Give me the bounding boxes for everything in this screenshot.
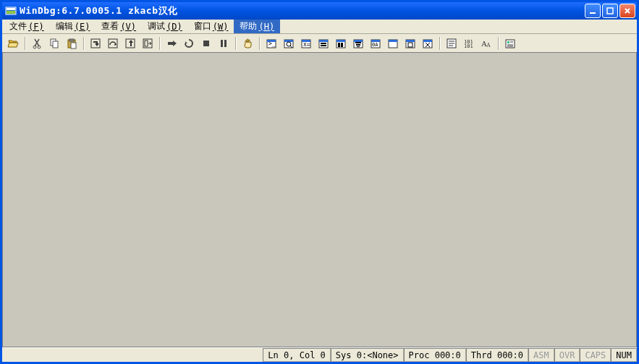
- menu-item-5[interactable]: 帮助(H): [234, 20, 280, 33]
- font-icon[interactable]: AA: [478, 35, 494, 51]
- svg-text:0A: 0A: [372, 42, 378, 48]
- stop-icon[interactable]: [198, 35, 214, 51]
- scratch-icon[interactable]: [385, 35, 401, 51]
- svg-rect-50: [406, 40, 415, 42]
- svg-rect-33: [321, 43, 326, 44]
- menu-item-1[interactable]: 编辑(E): [50, 20, 96, 33]
- svg-text:101: 101: [464, 43, 473, 49]
- svg-rect-41: [355, 42, 361, 43]
- go-icon[interactable]: [164, 35, 179, 51]
- svg-rect-19: [221, 40, 223, 47]
- svg-rect-10: [69, 39, 74, 41]
- step-over-icon[interactable]: [105, 35, 121, 51]
- menu-mnemonic: (V): [120, 22, 136, 32]
- options-icon[interactable]: [502, 35, 518, 51]
- svg-rect-1: [7, 8, 15, 10]
- restart-icon[interactable]: [181, 35, 197, 51]
- hand-icon[interactable]: [240, 35, 255, 51]
- menu-item-3[interactable]: 调试(D): [142, 20, 188, 33]
- menu-mnemonic: (W): [213, 22, 229, 32]
- cut-icon[interactable]: [29, 35, 45, 51]
- svg-rect-65: [507, 41, 509, 43]
- svg-text:x=: x=: [303, 41, 310, 48]
- menu-item-4[interactable]: 窗口(W): [188, 20, 234, 33]
- svg-rect-17: [168, 42, 173, 45]
- status-bar: Ln 0, Col 0 Sys 0:<None> Proc 000:0 Thrd…: [2, 347, 637, 362]
- callstack-window-icon[interactable]: [350, 35, 366, 51]
- svg-rect-18: [203, 41, 209, 46]
- minimize-button[interactable]: [585, 4, 601, 18]
- menu-mnemonic: (D): [166, 22, 182, 32]
- toolbar-separator: [259, 37, 260, 50]
- svg-rect-3: [590, 12, 596, 14]
- toolbar: >_x=0A101101AA: [2, 34, 637, 53]
- paste-icon[interactable]: [64, 35, 80, 51]
- menu-mnemonic: (F): [28, 22, 44, 32]
- watch-window-icon[interactable]: [281, 35, 297, 51]
- svg-rect-16: [145, 41, 148, 46]
- toolbar-separator: [25, 37, 25, 50]
- status-num: NUM: [611, 348, 637, 362]
- svg-rect-11: [71, 43, 76, 48]
- registers-window-icon[interactable]: [316, 35, 331, 51]
- menu-item-0[interactable]: 文件(F): [4, 20, 50, 33]
- open-icon[interactable]: [5, 35, 21, 51]
- menu-mnemonic: (H): [258, 22, 274, 32]
- menu-label: 帮助: [240, 20, 257, 33]
- mdi-workspace[interactable]: [2, 53, 637, 347]
- status-ovr: OVR: [554, 348, 580, 362]
- command-window-icon[interactable]: >_: [263, 35, 279, 51]
- svg-rect-20: [224, 40, 227, 47]
- menu-label: 查看: [101, 20, 119, 33]
- maximize-button[interactable]: [602, 4, 618, 18]
- source-mode-icon[interactable]: [444, 35, 460, 51]
- memory-window-icon[interactable]: [333, 35, 349, 51]
- title-bar[interactable]: WinDbg:6.7.0005.1 zkacb汉化: [2, 2, 637, 20]
- svg-text:>_: >_: [268, 41, 276, 47]
- menu-label: 调试: [148, 20, 165, 33]
- run-to-cursor-icon[interactable]: [140, 35, 156, 51]
- toolbar-separator: [235, 37, 236, 50]
- svg-rect-38: [341, 43, 343, 47]
- status-sys[interactable]: Sys 0:<None>: [331, 348, 404, 362]
- binary-mode-icon[interactable]: 101101: [461, 35, 477, 51]
- threads-icon[interactable]: [420, 35, 436, 51]
- toolbar-separator: [159, 37, 160, 50]
- locals-window-icon[interactable]: x=: [298, 35, 314, 51]
- step-out-icon[interactable]: [122, 35, 138, 51]
- status-proc[interactable]: Proc 000:0: [404, 348, 466, 362]
- svg-rect-43: [357, 46, 360, 47]
- window-controls: [585, 4, 635, 18]
- app-window: WinDbg:6.7.0005.1 zkacb汉化 文件(F)编辑(E)查看(V…: [0, 0, 639, 364]
- svg-rect-32: [319, 40, 328, 42]
- menu-label: 编辑: [56, 20, 73, 33]
- svg-rect-2: [7, 11, 15, 14]
- svg-rect-53: [423, 40, 432, 42]
- svg-rect-4: [607, 8, 613, 14]
- break-icon[interactable]: [216, 35, 232, 51]
- menu-item-2[interactable]: 查看(V): [96, 20, 142, 33]
- toolbar-separator: [498, 37, 499, 50]
- menu-bar: 文件(F)编辑(E)查看(V)调试(D)窗口(W)帮助(H): [2, 20, 637, 34]
- close-button[interactable]: [619, 4, 635, 18]
- status-thrd[interactable]: Thrd 000:0: [466, 348, 528, 362]
- disassembly-window-icon[interactable]: 0A: [368, 35, 384, 51]
- svg-rect-48: [389, 40, 397, 42]
- svg-rect-42: [356, 44, 360, 46]
- copy-icon[interactable]: [46, 35, 62, 51]
- toolbar-separator: [83, 37, 84, 50]
- status-caps: CAPS: [580, 348, 611, 362]
- status-asm: ASM: [528, 348, 554, 362]
- menu-mnemonic: (E): [75, 22, 90, 32]
- status-spacer: [2, 348, 263, 362]
- svg-rect-34: [321, 45, 326, 46]
- svg-rect-40: [354, 40, 363, 42]
- svg-rect-8: [53, 41, 58, 48]
- step-into-icon[interactable]: [88, 35, 103, 51]
- svg-rect-36: [337, 40, 345, 42]
- processes-icon[interactable]: [402, 35, 418, 51]
- toolbar-separator: [439, 37, 440, 50]
- menu-label: 窗口: [194, 20, 211, 33]
- menu-label: 文件: [9, 20, 27, 33]
- svg-text:A: A: [486, 42, 491, 48]
